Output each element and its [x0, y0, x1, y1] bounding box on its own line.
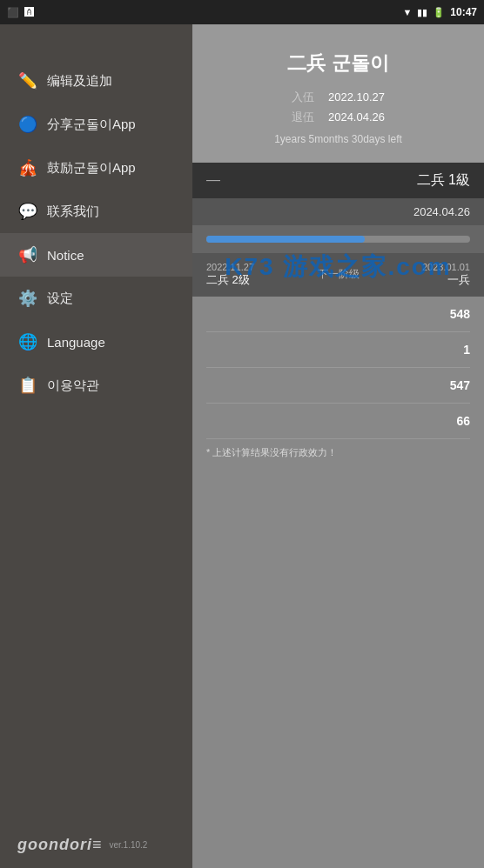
sidebar-item-settings[interactable]: ⚙️ 设定 — [0, 277, 192, 320]
sidebar-item-cheer[interactable]: 🎪 鼓励군돌이App — [0, 146, 192, 190]
edit-add-icon: ✏️ — [17, 71, 38, 90]
app-icon-2: 🅰 — [24, 7, 34, 17]
main-content: 二兵 군돌이 入伍 2022.10.27 退伍 2024.04.26 1year… — [192, 24, 484, 868]
discharge-date: 2024.04.26 — [328, 107, 385, 127]
sidebar-item-edit-add[interactable]: ✏️ 编辑及追加 — [0, 59, 192, 103]
sidebar-footer: goondori≡ ver.1.10.2 — [0, 822, 192, 868]
profile-info: 入伍 2022.10.27 退伍 2024.04.26 — [210, 87, 467, 128]
sidebar-menu: ✏️ 编辑及追加 🔵 分享군돌이App 🎪 鼓励군돌이App 💬 联系我们 📢 … — [0, 24, 192, 822]
rank-timeline: 2022.11.27 二兵 2级 下一阶级 2023.01.01 一兵 — [192, 253, 484, 297]
sidebar-item-edit-add-label: 编辑及追加 — [47, 73, 112, 90]
sidebar-item-share-label: 分享군돌이App — [47, 117, 136, 133]
progress-bar-fill — [206, 236, 365, 243]
rank-title: 二兵 1級 — [417, 171, 470, 190]
profile-name: 二兵 군돌이 — [210, 50, 467, 77]
stats-row-4: 66 — [206, 404, 470, 439]
notice-icon: 📢 — [17, 245, 38, 264]
terms-icon: 📋 — [17, 376, 38, 395]
rank-date-row: 2024.04.26 — [192, 198, 484, 225]
stats-value-1: 548 — [450, 307, 470, 321]
wifi-icon: ▼ — [402, 7, 412, 17]
sidebar-item-cheer-label: 鼓励군돌이App — [47, 160, 136, 177]
rank-dash: — — [206, 172, 220, 188]
enlist-date: 2022.10.27 — [328, 87, 385, 107]
profile-card: 二兵 군돌이 入伍 2022.10.27 退伍 2024.04.26 1year… — [192, 24, 484, 163]
rank-next-label: 下一阶级 — [318, 268, 360, 280]
progress-area — [192, 225, 484, 253]
profile-days-left: 1years 5months 30days left — [210, 133, 467, 145]
rank-section: — 二兵 1級 — [192, 163, 484, 198]
stats-row-2: 1 — [206, 332, 470, 368]
sidebar-item-language-label: Language — [47, 335, 105, 350]
sidebar-item-settings-label: 设定 — [47, 290, 73, 307]
enlist-label: 入伍 — [292, 87, 314, 107]
rank-date: 2024.04.26 — [413, 205, 470, 218]
discharge-label: 退伍 — [292, 107, 314, 127]
rank-to-name: 一兵 — [447, 272, 470, 288]
cheer-icon: 🎪 — [17, 158, 38, 177]
status-bar: ⬛ 🅰 ▼ ▮▮ 🔋 10:47 — [0, 0, 484, 24]
app-version: ver.1.10.2 — [109, 840, 147, 850]
signal-icon: ▮▮ — [417, 7, 427, 18]
progress-bar-background — [206, 236, 470, 243]
battery-icon: 🔋 — [433, 7, 445, 18]
stats-note: * 上述计算结果没有行政效力！ — [206, 439, 470, 466]
status-bar-left: ⬛ 🅰 — [7, 7, 34, 18]
clock: 10:47 — [450, 6, 477, 18]
stats-row-1: 548 — [206, 297, 470, 332]
rank-from-date: 2022.11.27 — [206, 262, 254, 272]
sidebar-item-notice[interactable]: 📢 Notice — [0, 233, 192, 277]
stats-value-4: 66 — [456, 414, 470, 428]
sidebar-item-language[interactable]: 🌐 Language — [0, 320, 192, 364]
app-logo: goondori≡ — [17, 836, 102, 854]
profile-discharge-row: 退伍 2024.04.26 — [210, 107, 467, 127]
main-layout: ✏️ 编辑及追加 🔵 分享군돌이App 🎪 鼓励군돌이App 💬 联系我们 📢 … — [0, 24, 484, 868]
sidebar-item-contact[interactable]: 💬 联系我们 — [0, 190, 192, 233]
sidebar: ✏️ 编辑及追加 🔵 分享군돌이App 🎪 鼓励군돌이App 💬 联系我们 📢 … — [0, 24, 192, 868]
sidebar-item-share[interactable]: 🔵 分享군돌이App — [0, 103, 192, 146]
share-icon: 🔵 — [17, 115, 38, 134]
sidebar-item-contact-label: 联系我们 — [47, 204, 99, 220]
rank-next-label-container: 下一阶级 — [318, 267, 360, 282]
sidebar-item-notice-label: Notice — [47, 248, 84, 263]
stats-value-3: 547 — [450, 378, 470, 392]
app-icon-1: ⬛ — [7, 7, 19, 18]
rank-from: 2022.11.27 二兵 2级 — [206, 262, 254, 288]
stats-row-3: 547 — [206, 368, 470, 404]
stats-value-2: 1 — [463, 343, 470, 357]
rank-to-date: 2023.01.01 — [422, 262, 470, 272]
stats-section: 548 1 547 66 * 上述计算结果没有行政效力！ — [192, 297, 484, 466]
contact-icon: 💬 — [17, 202, 38, 221]
settings-icon: ⚙️ — [17, 289, 38, 308]
status-bar-right: ▼ ▮▮ 🔋 10:47 — [402, 6, 477, 18]
rank-from-name: 二兵 2级 — [206, 272, 250, 288]
rank-to: 2023.01.01 一兵 — [422, 262, 470, 288]
sidebar-item-terms-label: 이용약관 — [47, 377, 99, 394]
language-icon: 🌐 — [17, 332, 38, 351]
profile-enlist-row: 入伍 2022.10.27 — [210, 87, 467, 107]
sidebar-item-terms[interactable]: 📋 이용약관 — [0, 364, 192, 407]
